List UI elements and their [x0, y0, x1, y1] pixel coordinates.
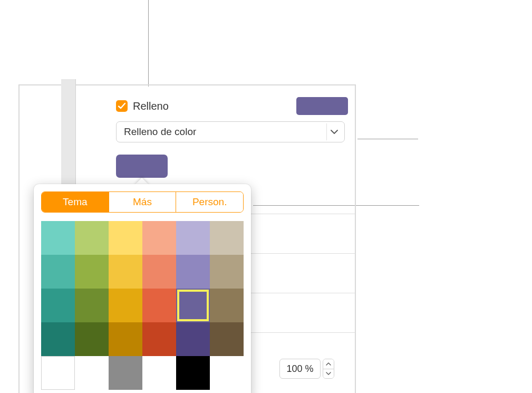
color-well-wrapper [116, 155, 168, 178]
color-swatch[interactable] [176, 289, 210, 322]
stepper-down[interactable] [323, 369, 334, 379]
color-swatch[interactable] [41, 289, 75, 322]
tab-person[interactable]: Person. [176, 192, 243, 212]
color-swatch[interactable] [176, 255, 210, 289]
color-swatch[interactable] [210, 289, 244, 322]
chevron-up-icon [326, 362, 331, 366]
callout-line [253, 205, 419, 206]
color-swatch[interactable] [41, 255, 75, 289]
fill-header-left: Relleno [116, 100, 169, 112]
callout-line [357, 139, 418, 139]
color-swatch[interactable] [109, 356, 142, 390]
color-swatch[interactable] [210, 255, 244, 289]
separator [250, 253, 355, 254]
fill-header: Relleno [116, 95, 348, 121]
stepper-buttons [323, 359, 334, 379]
color-tab-segmented-control: Tema Más Person. [41, 191, 244, 213]
color-swatch[interactable] [142, 322, 176, 356]
callout-line [148, 0, 149, 87]
color-swatch[interactable] [109, 221, 142, 255]
color-swatch[interactable] [41, 221, 75, 255]
chevron-down-icon [326, 372, 331, 375]
tab-mas[interactable]: Más [109, 192, 177, 212]
swatch-grid [41, 221, 244, 390]
opacity-input[interactable] [279, 359, 321, 379]
color-swatch[interactable] [75, 289, 109, 322]
separator [250, 332, 355, 333]
color-swatch[interactable] [142, 289, 176, 322]
dropdown-value: Relleno de color [124, 126, 196, 138]
color-swatch[interactable] [41, 356, 75, 390]
color-swatch[interactable] [210, 221, 244, 255]
fill-checkbox[interactable] [116, 100, 128, 112]
dropdown-arrow [326, 123, 341, 140]
color-swatch[interactable] [41, 322, 75, 356]
color-swatch[interactable] [75, 255, 109, 289]
color-swatch[interactable] [176, 356, 210, 390]
color-swatch[interactable] [176, 221, 210, 255]
separator [250, 214, 355, 214]
color-swatch[interactable] [109, 255, 142, 289]
panel-border [355, 84, 356, 393]
checkmark-icon [118, 102, 126, 110]
fill-section: Relleno Relleno de color [116, 95, 348, 142]
separator [250, 293, 355, 293]
color-swatch[interactable] [142, 255, 176, 289]
color-swatch[interactable] [75, 221, 109, 255]
tab-tema[interactable]: Tema [42, 192, 109, 212]
color-well[interactable] [116, 155, 168, 178]
fill-label: Relleno [133, 100, 169, 112]
fill-preview-swatch[interactable] [296, 97, 348, 115]
opacity-stepper [279, 359, 334, 379]
color-popover: Tema Más Person. [34, 184, 251, 393]
panel-border [18, 84, 20, 393]
color-swatch[interactable] [109, 322, 142, 356]
color-swatch[interactable] [176, 322, 210, 356]
color-swatch[interactable] [210, 322, 244, 356]
chevron-down-icon [331, 129, 338, 135]
color-swatch[interactable] [109, 289, 142, 322]
stepper-up[interactable] [323, 359, 334, 369]
color-swatch[interactable] [142, 221, 176, 255]
fill-type-dropdown[interactable]: Relleno de color [116, 121, 345, 142]
color-swatch[interactable] [75, 322, 109, 356]
